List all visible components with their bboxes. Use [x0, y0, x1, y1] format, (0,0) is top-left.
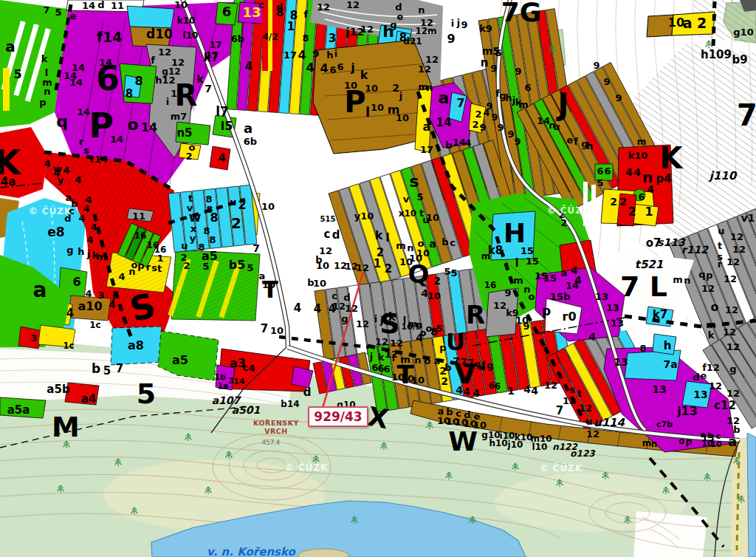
water-name-label: v. n. Kořensko: [207, 545, 295, 557]
hill-name-label2: VRCH: [264, 427, 288, 435]
parcel-callout-text: 929/43: [314, 409, 362, 424]
hill-name-label: KOŘENSKÝ: [253, 419, 299, 427]
parcel-callout[interactable]: 929/43: [308, 406, 368, 427]
map-viewport[interactable]: 6RPKP7GJK7HQSRUTVSTM5XW7 Lashanaa575e14d…: [0, 0, 756, 557]
map-canvas: [0, 0, 756, 557]
hill-elevation-label: 457.4: [262, 439, 280, 446]
